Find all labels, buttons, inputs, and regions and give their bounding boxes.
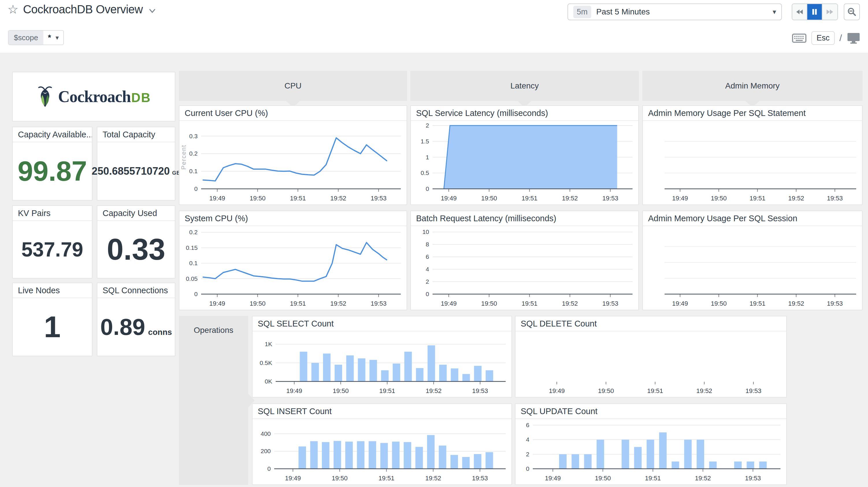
svg-text:0: 0	[526, 465, 529, 472]
rewind-button[interactable]	[792, 4, 807, 20]
svg-text:1K: 1K	[265, 341, 272, 347]
stat-card-live-nodes[interactable]: Live Nodes 1	[12, 283, 92, 356]
svg-text:19:53: 19:53	[472, 475, 488, 482]
stat-card-total-capacity[interactable]: Total Capacity 250.6855710720GB	[97, 127, 176, 201]
chart-plot-sql-service-latency[interactable]: 00.511.5219:4919:5019:5119:5219:53	[411, 121, 638, 204]
svg-text:19:50: 19:50	[598, 387, 614, 395]
chart-plot-admin-memory-statement[interactable]: 19:4919:5019:5119:5219:53	[643, 121, 862, 204]
chart-card-sql-update-count[interactable]: SQL UPDATE Count 024619:4919:5019:5119:5…	[515, 403, 787, 485]
stat-value: 250.6855710720	[92, 165, 169, 177]
chart-card-batch-request-latency[interactable]: Batch Request Latency (milliseconds) 024…	[410, 210, 639, 310]
svg-text:19:50: 19:50	[250, 300, 266, 307]
svg-text:19:51: 19:51	[522, 300, 537, 307]
zoom-out-button[interactable]	[844, 3, 860, 20]
cockroachdb-logo: CockroachDB	[13, 72, 175, 121]
playback-button-group	[792, 3, 838, 20]
stat-value: 537.79	[21, 238, 83, 261]
chart-plot-sql-update-count[interactable]: 024619:4919:5019:5119:5219:53	[516, 419, 786, 484]
svg-text:19:53: 19:53	[602, 300, 618, 307]
svg-text:0: 0	[267, 465, 271, 472]
chart-plot-admin-memory-session[interactable]: 19:4919:5019:5119:5219:53	[643, 226, 862, 310]
chart-card-current-user-cpu[interactable]: Current User CPU (%) 00.10.20.3Percent19…	[179, 105, 407, 205]
stat-card-capacity-available[interactable]: Capacity Available... 99.87	[12, 127, 92, 201]
svg-text:4: 4	[526, 436, 529, 443]
svg-text:2: 2	[426, 122, 429, 129]
svg-text:19:51: 19:51	[645, 475, 661, 482]
svg-text:19:51: 19:51	[749, 195, 766, 202]
svg-text:0K: 0K	[265, 378, 272, 384]
svg-text:1.5: 1.5	[421, 138, 429, 145]
pause-button[interactable]	[807, 4, 823, 20]
svg-text:10: 10	[423, 228, 429, 235]
template-variable-scope[interactable]: $scope * ▾	[8, 30, 64, 45]
chart-card-sql-service-latency[interactable]: SQL Service Latency (milliseconds) 00.51…	[410, 105, 639, 205]
svg-text:19:51: 19:51	[749, 300, 766, 307]
svg-text:19:50: 19:50	[250, 195, 266, 202]
stat-card-kv-pairs[interactable]: KV Pairs 537.79	[12, 205, 92, 279]
cockroachdb-overview-dashboard: ☆ CockroachDB Overview 5m Past 5 Minutes…	[0, 0, 868, 487]
svg-text:0: 0	[426, 291, 429, 297]
stat-title: SQL Connections	[97, 283, 175, 298]
chart-card-admin-memory-session[interactable]: Admin Memory Usage Per SQL Session 19:49…	[642, 210, 863, 310]
time-range-select[interactable]: 5m Past 5 Minutes ▾	[567, 3, 782, 20]
chart-title: Admin Memory Usage Per SQL Session	[643, 211, 862, 226]
group-label: CPU	[284, 81, 301, 90]
svg-text:1: 1	[426, 154, 429, 161]
stat-card-sql-connections[interactable]: SQL Connections 0.89conns	[97, 283, 176, 356]
chart-plot-sql-delete-count[interactable]: 19:4919:5019:5119:5219:53	[516, 332, 786, 397]
svg-text:Percent: Percent	[180, 145, 187, 169]
chart-plot-sql-insert-count[interactable]: 020040019:4919:5019:5119:5219:53	[252, 419, 512, 484]
group-label: Operations	[194, 326, 234, 485]
time-controls: 5m Past 5 Minutes ▾	[567, 3, 860, 20]
slash-separator: /	[839, 33, 842, 44]
group-header-operations[interactable]: Operations	[179, 316, 248, 485]
svg-text:19:50: 19:50	[711, 195, 727, 202]
time-range-label: Past 5 Minutes	[596, 7, 773, 17]
favorite-star-icon[interactable]: ☆	[7, 3, 19, 16]
chart-plot-batch-request-latency[interactable]: 024681019:4919:5019:5119:5219:53	[411, 226, 638, 310]
fast-forward-button[interactable]	[823, 4, 837, 20]
chart-card-sql-insert-count[interactable]: SQL INSERT Count 020040019:4919:5019:511…	[252, 403, 512, 485]
tv-mode-icon[interactable]	[847, 32, 861, 45]
chart-plot-sql-select-count[interactable]: 0K0.5K1K19:4919:5019:5119:5219:53	[252, 332, 512, 397]
svg-text:19:52: 19:52	[696, 387, 712, 395]
svg-text:19:52: 19:52	[426, 387, 441, 395]
logo-card[interactable]: CockroachDB	[12, 72, 176, 121]
chart-title: Current User CPU (%)	[180, 106, 407, 121]
chevron-down-icon[interactable]	[147, 6, 157, 16]
stat-title: Live Nodes	[13, 283, 92, 298]
chart-card-system-cpu[interactable]: System CPU (%) 00.050.10.150.219:4919:50…	[179, 210, 407, 310]
svg-text:0.5K: 0.5K	[260, 360, 272, 366]
group-header-latency[interactable]: Latency	[410, 71, 639, 101]
chart-card-admin-memory-statement[interactable]: Admin Memory Usage Per SQL Statement 19:…	[642, 105, 863, 205]
pause-icon	[811, 8, 818, 16]
chart-card-sql-delete-count[interactable]: SQL DELETE Count 19:4919:5019:5119:5219:…	[515, 316, 787, 398]
svg-text:400: 400	[260, 430, 271, 437]
group-header-cpu[interactable]: CPU	[179, 71, 407, 101]
svg-text:19:51: 19:51	[522, 195, 537, 202]
chart-card-sql-select-count[interactable]: SQL SELECT Count 0K0.5K1K19:4919:5019:51…	[252, 316, 512, 398]
chart-title: SQL SELECT Count	[252, 316, 512, 332]
chart-title: Admin Memory Usage Per SQL Statement	[643, 106, 862, 121]
svg-text:19:51: 19:51	[378, 475, 395, 482]
svg-text:19:49: 19:49	[209, 195, 225, 202]
svg-text:19:49: 19:49	[549, 387, 565, 395]
stat-title: Total Capacity	[97, 127, 175, 142]
cockroach-bug-icon	[37, 86, 54, 108]
group-header-admin-memory[interactable]: Admin Memory	[642, 71, 863, 101]
stat-card-capacity-used[interactable]: Capacity Used 0.33	[97, 205, 176, 279]
chart-title: Batch Request Latency (milliseconds)	[411, 211, 638, 226]
svg-text:0: 0	[194, 185, 198, 192]
svg-text:19:51: 19:51	[290, 300, 306, 307]
keyboard-shortcuts-icon[interactable]	[792, 32, 807, 44]
chart-plot-current-user-cpu[interactable]: 00.10.20.3Percent19:4919:5019:5119:5219:…	[180, 121, 407, 204]
svg-text:19:53: 19:53	[827, 195, 843, 202]
svg-text:19:52: 19:52	[788, 195, 804, 202]
rewind-icon	[795, 7, 804, 16]
svg-text:19:49: 19:49	[545, 475, 561, 482]
svg-text:2: 2	[426, 278, 429, 285]
svg-text:19:51: 19:51	[290, 195, 306, 202]
svg-text:19:53: 19:53	[371, 300, 386, 307]
svg-text:19:49: 19:49	[285, 475, 301, 482]
chart-plot-system-cpu[interactable]: 00.050.10.150.219:4919:5019:5119:5219:53	[180, 226, 407, 310]
